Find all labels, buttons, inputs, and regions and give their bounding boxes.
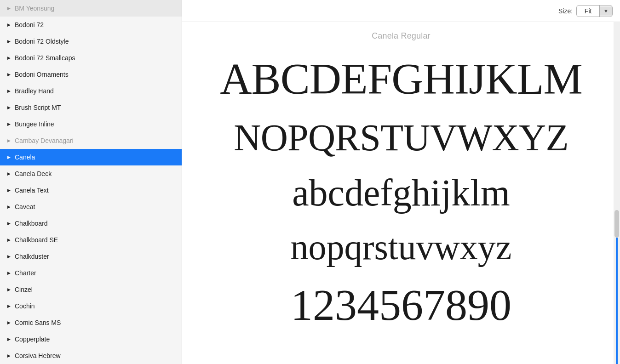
font-item-bodoni-72-smallcaps[interactable]: ▶Bodoni 72 Smallcaps [0,50,182,66]
dropdown-arrow-icon[interactable]: ▼ [600,6,612,16]
font-item-comic-sans-ms[interactable]: ▶Comic Sans MS [0,314,182,331]
font-item-label: Bodoni 72 Smallcaps [15,54,75,62]
expand-arrow-icon: ▶ [6,104,12,111]
preview-row-lowercase-1: abcdefghijklm [201,172,602,214]
font-item-label: Canela Text [15,187,49,194]
font-item-bungee-inline[interactable]: ▶Bungee Inline [0,116,182,132]
font-item-label: Charter [15,269,36,277]
expand-arrow-icon: ▶ [6,38,12,45]
font-item-bodoni-ornaments[interactable]: ▶Bodoni Ornaments [0,66,182,83]
font-item-cambay-devanagari[interactable]: ▶Cambay Devanagari [0,132,182,149]
font-name-header: Canela Regular [201,31,602,41]
font-item-bodoni-72[interactable]: ▶Bodoni 72 [0,17,182,33]
scrollbar-blue-track [616,238,618,364]
font-item-copperplate[interactable]: ▶Copperplate [0,331,182,347]
font-item-label: Bungee Inline [15,120,54,128]
font-item-label: Comic Sans MS [15,319,61,326]
expand-arrow-icon: ▶ [6,121,12,127]
expand-arrow-icon: ▶ [6,137,12,144]
preview-scrollbar[interactable] [614,22,620,364]
font-item-cochin[interactable]: ▶Cochin [0,298,182,314]
expand-arrow-icon: ▶ [6,204,12,210]
font-item-label: Bodoni Ornaments [15,71,69,78]
main-preview-area: Size: Fit ▼ Canela Regular ABCDEFGHIJKLM… [182,0,620,364]
font-item-label: Chalkduster [15,253,49,260]
expand-arrow-icon: ▶ [6,5,12,11]
size-label: Size: [558,7,573,15]
font-list-sidebar[interactable]: ▶BM Yeonsung▶Bodoni 72▶Bodoni 72 Oldstyl… [0,0,182,364]
expand-arrow-icon: ▶ [6,88,12,94]
font-item-label: Chalkboard [15,220,48,227]
font-item-bm-yeonsung[interactable]: ▶BM Yeonsung [0,0,182,17]
expand-arrow-icon: ▶ [6,353,12,359]
font-item-label: Bodoni 72 [15,21,44,28]
toolbar: Size: Fit ▼ [182,0,620,22]
expand-arrow-icon: ▶ [6,270,12,276]
font-item-label: Canela Deck [15,170,52,177]
expand-arrow-icon: ▶ [6,55,12,61]
font-item-label: Cochin [15,302,35,310]
font-item-brush-script-mt[interactable]: ▶Brush Script MT [0,99,182,116]
font-item-canela-text[interactable]: ▶Canela Text [0,182,182,199]
font-item-label: Cambay Devanagari [15,137,74,144]
font-item-bradley-hand[interactable]: ▶Bradley Hand [0,83,182,99]
font-item-label: Chalkboard SE [15,236,58,244]
expand-arrow-icon: ▶ [6,286,12,293]
font-item-label: Canela [15,154,35,161]
expand-arrow-icon: ▶ [6,220,12,227]
font-item-bodoni-72-oldstyle[interactable]: ▶Bodoni 72 Oldstyle [0,33,182,50]
font-item-label: Cinzel [15,286,33,293]
expand-arrow-icon: ▶ [6,319,12,326]
expand-arrow-icon: ▶ [6,303,12,309]
expand-arrow-icon: ▶ [6,253,12,260]
font-item-chalkboard[interactable]: ▶Chalkboard [0,215,182,232]
font-item-label: BM Yeonsung [15,5,54,12]
font-item-corsiva-hebrew[interactable]: ▶Corsiva Hebrew [0,347,182,364]
app-container: ▶BM Yeonsung▶Bodoni 72▶Bodoni 72 Oldstyl… [0,0,620,364]
font-item-canela-deck[interactable]: ▶Canela Deck [0,165,182,182]
font-item-label: Bodoni 72 Oldstyle [15,38,69,45]
expand-arrow-icon: ▶ [6,22,12,28]
font-item-chalkboard-se[interactable]: ▶Chalkboard SE [0,232,182,248]
expand-arrow-icon: ▶ [6,171,12,177]
preview-row-lowercase-2: nopqrstuvwxyz [201,228,602,267]
expand-arrow-icon: ▶ [6,71,12,78]
font-item-label: Copperplate [15,336,50,343]
expand-arrow-icon: ▶ [6,237,12,243]
expand-arrow-icon: ▶ [6,336,12,342]
font-item-chalkduster[interactable]: ▶Chalkduster [0,248,182,265]
font-item-label: Brush Script MT [15,104,61,111]
font-item-label: Caveat [15,203,35,210]
font-item-cinzel[interactable]: ▶Cinzel [0,281,182,298]
font-item-charter[interactable]: ▶Charter [0,265,182,281]
font-item-label: Bradley Hand [15,87,54,95]
scrollbar-thumb [614,210,619,238]
font-item-canela[interactable]: ▶Canela [0,149,182,165]
size-value: Fit [577,6,600,17]
expand-arrow-icon: ▶ [6,154,12,160]
font-item-caveat[interactable]: ▶Caveat [0,199,182,215]
font-preview-area: Canela Regular ABCDEFGHIJKLM NOPQRSTUVWX… [182,22,620,364]
expand-arrow-icon: ▶ [6,187,12,193]
size-select[interactable]: Fit ▼ [576,5,613,17]
preview-row-numbers: 1234567890 [201,281,602,330]
preview-row-uppercase-1: ABCDEFGHIJKLM [201,55,602,103]
font-item-label: Corsiva Hebrew [15,352,61,359]
preview-row-uppercase-2: NOPQRSTUVWXYZ [201,117,602,159]
